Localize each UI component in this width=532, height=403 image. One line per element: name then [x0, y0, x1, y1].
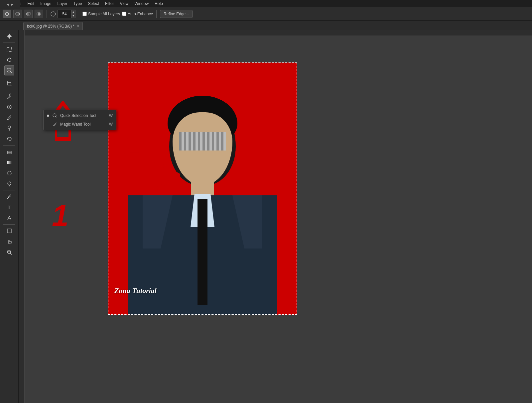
brush-size-control: 54 ▲ ▼ [50, 10, 75, 18]
flyout-quick-selection[interactable]: Quick Selection Tool W [44, 111, 116, 120]
magic-wand-shortcut: W [109, 122, 113, 127]
menu-filter[interactable]: Filter [102, 1, 117, 7]
options-separator-3 [156, 10, 157, 18]
tab-close-button[interactable]: × [77, 24, 79, 28]
instruction-number-1: 1 [52, 199, 68, 233]
svg-point-23 [8, 126, 11, 129]
toolbar: T [0, 30, 19, 403]
menu-edit[interactable]: Edit [25, 1, 37, 7]
svg-line-17 [10, 72, 12, 73]
pen-tool[interactable] [4, 192, 14, 202]
brush-size-arrows: ▲ ▼ [71, 10, 75, 18]
tab-filename: bck0.jpg @ 25% (RGB/8) * [27, 24, 74, 29]
blur-tool[interactable] [4, 168, 14, 178]
path-select-tool[interactable] [4, 213, 14, 223]
ruler-horizontal [19, 30, 532, 36]
document-tab[interactable]: bck0.jpg @ 25% (RGB/8) * × [23, 22, 83, 30]
brush-size-up[interactable]: ▲ [71, 10, 75, 14]
tool-new-selection[interactable] [3, 10, 11, 18]
menu-select[interactable]: Select [85, 1, 102, 7]
toolbar-divider-4 [3, 145, 15, 146]
refine-edge-button[interactable]: Refine Edge... [160, 10, 193, 18]
dodge-tool[interactable] [4, 179, 14, 189]
svg-text:T: T [8, 205, 11, 210]
auto-enhance-label[interactable]: Auto-Enhance [122, 12, 153, 16]
menu-bar: Ps File Edit Image Layer Type Select Fil… [0, 0, 532, 7]
menu-type[interactable]: Type [71, 1, 85, 7]
sample-all-layers-label[interactable]: Sample All Layers [82, 12, 120, 16]
hand-tool[interactable] [4, 237, 14, 247]
menu-layer[interactable]: Layer [55, 1, 70, 7]
lasso-tool[interactable] [4, 55, 14, 65]
svg-rect-34 [7, 229, 11, 233]
svg-point-30 [8, 182, 11, 185]
tool-subtract-selection[interactable]: - [24, 10, 33, 18]
brush-size-input[interactable]: 54 ▲ ▼ [58, 10, 75, 18]
toolbar-divider-5 [3, 190, 15, 190]
sample-all-layers-checkbox[interactable] [82, 12, 87, 16]
history-brush-tool[interactable] [4, 134, 14, 144]
options-separator-2 [79, 10, 79, 18]
tool-intersect-selection[interactable] [35, 10, 43, 18]
magic-wand-icon [52, 122, 58, 127]
svg-rect-28 [7, 161, 12, 164]
ruler-vertical [19, 30, 25, 403]
quick-selection-tool[interactable] [4, 65, 14, 75]
text-tool[interactable]: T [4, 202, 14, 212]
menu-help[interactable]: Help [152, 1, 166, 7]
svg-marker-25 [7, 138, 9, 140]
crop-tool[interactable] [4, 78, 14, 88]
options-bar: + - 54 ▲ ▼ Sample All Layers Auto-Enhanc… [0, 7, 532, 21]
svg-marker-12 [11, 4, 13, 6]
tool-flyout-menu: Quick Selection Tool W Magic Wand Tool W [43, 110, 116, 130]
toolbar-divider-1 [3, 43, 15, 43]
svg-text:-: - [30, 11, 31, 14]
eyedropper-tool[interactable] [4, 91, 14, 101]
quick-selection-icon [52, 113, 58, 118]
eraser-tool[interactable] [4, 147, 14, 157]
quick-selection-label: Quick Selection Tool [60, 113, 96, 118]
menu-view[interactable]: View [117, 1, 131, 7]
marquee-tool[interactable] [4, 44, 14, 54]
zoom-tool[interactable] [4, 247, 14, 257]
svg-line-36 [10, 253, 12, 254]
right-arrow-icon [11, 3, 14, 6]
gradient-tool[interactable] [4, 157, 14, 167]
canvas-document: Zona Tutorial [108, 62, 297, 315]
left-arrow-icon [6, 3, 9, 6]
brush-size-icon [50, 11, 56, 17]
brush-tool[interactable] [4, 113, 14, 123]
move-tool[interactable] [4, 31, 14, 41]
shape-tool[interactable] [4, 226, 14, 236]
toolbar-divider-6 [3, 224, 15, 225]
svg-point-0 [5, 12, 9, 16]
selection-marching-ants [108, 62, 297, 315]
active-indicator [47, 115, 49, 117]
toolbar-divider-2 [3, 77, 15, 77]
healing-brush-tool[interactable] [4, 102, 14, 112]
svg-point-10 [51, 12, 56, 16]
svg-text:+: + [19, 11, 20, 14]
menu-window[interactable]: Window [132, 1, 151, 7]
panel-arrows [0, 0, 20, 9]
clone-stamp-tool[interactable] [4, 123, 14, 133]
brush-size-down[interactable]: ▼ [71, 14, 75, 18]
photo-background: Zona Tutorial [108, 62, 297, 315]
svg-marker-11 [7, 4, 9, 6]
main-area: T [0, 30, 532, 403]
canvas-area: Quick Selection Tool W Magic Wand Tool W [19, 30, 532, 403]
tool-add-selection[interactable]: + [13, 10, 22, 18]
auto-enhance-checkbox[interactable] [122, 12, 126, 16]
magic-wand-label: Magic Wand Tool [60, 122, 90, 127]
svg-rect-15 [7, 48, 12, 51]
menu-image[interactable]: Image [38, 1, 54, 7]
options-separator-1 [47, 10, 47, 18]
scroll-area: Quick Selection Tool W Magic Wand Tool W [25, 36, 532, 403]
tab-bar: bck0.jpg @ 25% (RGB/8) * × [0, 21, 532, 30]
toolbar-divider-3 [3, 90, 15, 90]
quick-selection-shortcut: W [109, 113, 113, 118]
svg-point-29 [7, 171, 11, 175]
flyout-magic-wand[interactable]: Magic Wand Tool W [44, 120, 116, 129]
